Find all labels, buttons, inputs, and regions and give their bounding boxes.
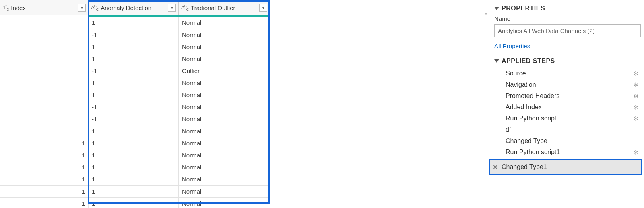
- gear-icon[interactable]: ✻: [633, 149, 638, 156]
- step-label: Changed Type1: [502, 163, 547, 171]
- highlight-box-selected-step: ✕ Changed Type1: [489, 159, 642, 175]
- cell-index[interactable]: 1: [0, 186, 89, 197]
- applied-step[interactable]: df: [494, 124, 641, 135]
- cell-index[interactable]: [0, 41, 89, 53]
- table-row[interactable]: 1Normal: [0, 41, 270, 53]
- applied-step[interactable]: Changed Type: [494, 135, 641, 147]
- gear-icon[interactable]: ✻: [633, 104, 638, 111]
- step-label: Run Python script1: [506, 149, 560, 156]
- cell-anomaly[interactable]: -1: [89, 29, 179, 41]
- cell-outlier[interactable]: Normal: [179, 173, 270, 185]
- all-properties-link[interactable]: All Properties: [494, 43, 641, 49]
- filter-dropdown-icon[interactable]: ▾: [168, 4, 176, 12]
- cell-anomaly[interactable]: -1: [89, 65, 179, 77]
- filter-dropdown-icon[interactable]: ▾: [259, 4, 267, 12]
- vertical-scrollbar[interactable]: ˄: [482, 0, 490, 208]
- gear-icon[interactable]: ✻: [633, 81, 638, 89]
- cell-index[interactable]: [0, 89, 89, 101]
- column-header-anomaly[interactable]: ABC Anomaly Detection ▾: [89, 0, 179, 15]
- cell-anomaly[interactable]: 1: [89, 198, 179, 208]
- cell-index[interactable]: [0, 17, 89, 29]
- cell-index[interactable]: 1: [0, 198, 89, 208]
- table-row[interactable]: 11Normal: [0, 186, 270, 198]
- cell-index[interactable]: [0, 65, 89, 77]
- cell-anomaly[interactable]: 1: [89, 77, 179, 89]
- applied-step-selected[interactable]: ✕ Changed Type1: [490, 160, 641, 174]
- query-name-input[interactable]: [494, 24, 641, 37]
- cell-anomaly[interactable]: 1: [89, 89, 179, 101]
- table-row[interactable]: 1Normal: [0, 89, 270, 101]
- cell-index[interactable]: [0, 77, 89, 89]
- cell-anomaly[interactable]: 1: [89, 125, 179, 137]
- cell-anomaly[interactable]: 1: [89, 53, 179, 65]
- table-row[interactable]: 11Normal: [0, 149, 270, 161]
- cell-outlier[interactable]: Normal: [179, 113, 270, 125]
- cell-anomaly[interactable]: 1: [89, 41, 179, 53]
- cell-outlier[interactable]: Outlier: [179, 65, 270, 77]
- step-label: Changed Type: [506, 137, 547, 145]
- table-row[interactable]: 1Normal: [0, 125, 270, 137]
- gear-icon[interactable]: ✻: [633, 70, 638, 77]
- cell-anomaly[interactable]: -1: [89, 113, 179, 125]
- table-row[interactable]: -1Normal: [0, 101, 270, 113]
- table-row[interactable]: 1Normal: [0, 53, 270, 65]
- data-rows: 1Normal-1Normal1Normal1Normal-1Outlier1N…: [0, 17, 270, 208]
- cell-outlier[interactable]: Normal: [179, 89, 270, 101]
- table-row[interactable]: -1Outlier: [0, 65, 270, 77]
- table-row[interactable]: 1Normal: [0, 17, 270, 29]
- table-row[interactable]: -1Normal: [0, 29, 270, 41]
- cell-outlier[interactable]: Normal: [179, 198, 270, 208]
- cell-index[interactable]: [0, 29, 89, 41]
- cell-outlier[interactable]: Normal: [179, 161, 270, 173]
- cell-outlier[interactable]: Normal: [179, 137, 270, 149]
- cell-anomaly[interactable]: 1: [89, 17, 179, 29]
- table-row[interactable]: 11Normal: [0, 173, 270, 186]
- delete-step-icon[interactable]: ✕: [493, 163, 498, 171]
- properties-section-header[interactable]: PROPERTIES: [494, 5, 641, 12]
- cell-outlier[interactable]: Normal: [179, 53, 270, 65]
- gear-icon[interactable]: ✻: [633, 115, 638, 122]
- cell-index[interactable]: [0, 101, 89, 113]
- applied-step[interactable]: Added Index✻: [494, 102, 641, 113]
- step-label: Added Index: [506, 104, 542, 111]
- table-row[interactable]: -1Normal: [0, 113, 270, 125]
- column-header-outlier[interactable]: ABC Tradional Outlier ▾: [179, 0, 270, 15]
- cell-anomaly[interactable]: 1: [89, 149, 179, 161]
- cell-anomaly[interactable]: -1: [89, 101, 179, 113]
- cell-anomaly[interactable]: 1: [89, 161, 179, 173]
- cell-outlier[interactable]: Normal: [179, 101, 270, 113]
- cell-outlier[interactable]: Normal: [179, 77, 270, 89]
- table-row[interactable]: 11Normal: [0, 137, 270, 149]
- applied-step[interactable]: Source✻: [494, 68, 641, 79]
- gear-icon[interactable]: ✻: [633, 92, 638, 100]
- cell-outlier[interactable]: Normal: [179, 29, 270, 41]
- applied-step[interactable]: Promoted Headers✻: [494, 90, 641, 102]
- cell-index[interactable]: 1: [0, 149, 89, 161]
- cell-outlier[interactable]: Normal: [179, 149, 270, 161]
- applied-step[interactable]: Run Python script1✻: [494, 147, 641, 158]
- cell-outlier[interactable]: Normal: [179, 125, 270, 137]
- table-row[interactable]: 11Normal: [0, 161, 270, 173]
- cell-index[interactable]: 1: [0, 137, 89, 149]
- table-row[interactable]: 1Normal: [0, 77, 270, 89]
- cell-index[interactable]: [0, 53, 89, 65]
- cell-outlier[interactable]: Normal: [179, 186, 270, 197]
- cell-index[interactable]: 1: [0, 161, 89, 173]
- cell-index[interactable]: 1: [0, 173, 89, 185]
- filter-dropdown-icon[interactable]: ▾: [78, 4, 86, 12]
- table-row[interactable]: 11Normal: [0, 198, 270, 208]
- cell-anomaly[interactable]: 1: [89, 186, 179, 197]
- cell-outlier[interactable]: Normal: [179, 17, 270, 29]
- cell-index[interactable]: [0, 125, 89, 137]
- applied-step[interactable]: Run Python script✻: [494, 113, 641, 124]
- step-label: Source: [506, 70, 526, 77]
- column-header-index[interactable]: 123 Index ▾: [0, 0, 89, 15]
- scroll-up-icon[interactable]: ˄: [484, 12, 488, 21]
- cell-anomaly[interactable]: 1: [89, 137, 179, 149]
- cell-outlier[interactable]: Normal: [179, 41, 270, 53]
- applied-step[interactable]: Navigation✻: [494, 79, 641, 90]
- applied-steps-section-header[interactable]: APPLIED STEPS: [494, 57, 641, 65]
- cell-anomaly[interactable]: 1: [89, 173, 179, 185]
- properties-title: PROPERTIES: [502, 5, 545, 12]
- cell-index[interactable]: [0, 113, 89, 125]
